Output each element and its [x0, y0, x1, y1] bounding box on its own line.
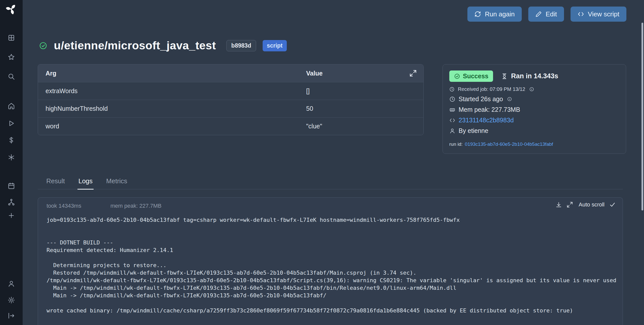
mem-peak-label: Mem peak: 227.73MB	[459, 106, 520, 113]
arg-name: extraWords	[38, 87, 306, 95]
run-again-label: Run again	[485, 10, 515, 18]
took-label: took 14343ms	[47, 203, 81, 209]
script-hash-link[interactable]: 23131148c2b8983d	[459, 117, 514, 124]
script-hash-row: 23131148c2b8983d	[449, 117, 619, 124]
expand-args-icon[interactable]	[409, 69, 417, 77]
add-plus-icon[interactable]	[8, 212, 15, 219]
edit-label: Edit	[546, 10, 557, 18]
tabs: Result Logs Metrics	[38, 177, 623, 189]
view-script-button[interactable]: View script	[571, 7, 626, 22]
logs-header: took 14343ms mem peak: 227.7MB Auto scro…	[38, 198, 623, 213]
settings-gear-icon[interactable]	[8, 296, 15, 304]
info-icon[interactable]	[507, 97, 512, 101]
table-row: word "clue"	[38, 117, 423, 135]
user-icon[interactable]	[8, 280, 15, 287]
logs-panel: took 14343ms mem peak: 227.7MB Auto scro…	[38, 197, 623, 325]
resources-asterisk-icon[interactable]	[8, 154, 15, 161]
table-row: extraWords []	[38, 82, 423, 100]
logs-mem-peak-label: mem peak: 227.7MB	[110, 203, 162, 209]
author-label: By etienne	[459, 127, 488, 134]
hourglass-icon	[501, 73, 508, 80]
status-row: Success Ran in 14.343s	[449, 70, 619, 82]
main-content: Run again Edit View script u/etienne/mic…	[23, 0, 644, 325]
edit-button[interactable]: Edit	[528, 7, 564, 22]
schedules-calendar-icon[interactable]	[8, 182, 15, 190]
view-script-label: View script	[588, 10, 619, 18]
download-logs-icon[interactable]	[555, 201, 562, 208]
expand-logs-icon[interactable]	[567, 201, 573, 208]
page-scrollbar-thumb[interactable]	[641, 23, 643, 210]
arg-name: highNumberThreshold	[38, 105, 306, 112]
windmill-logo-icon[interactable]	[6, 3, 17, 15]
version-hash-badge: b8983d	[226, 40, 256, 51]
args-col-value: Value	[306, 70, 323, 77]
check-circle-icon	[454, 73, 460, 79]
favorites-star-icon[interactable]	[8, 53, 15, 61]
clock-icon	[449, 96, 455, 102]
received-row: Received job: 07:09 PM 13/12	[449, 86, 619, 92]
author-row: By etienne	[449, 127, 619, 134]
run-id-row: run id: 0193c135-ab7d-60e5-2b10-04b5ac13…	[449, 141, 619, 147]
tab-metrics[interactable]: Metrics	[105, 177, 128, 190]
run-id-label: run id:	[449, 141, 463, 147]
run-id-link[interactable]: 0193c135-ab7d-60e5-2b10-04b5ac13fabf	[465, 141, 553, 147]
mem-peak-row: Mem peak: 227.73MB	[449, 106, 619, 113]
duration-label: Ran in 14.343s	[511, 72, 558, 80]
code-icon	[578, 11, 584, 17]
variables-dollar-icon[interactable]	[8, 136, 15, 144]
success-check-circle-icon	[39, 42, 47, 50]
title-row: u/etienne/microsoft_java_test b8983d scr…	[39, 37, 287, 54]
duration: Ran in 14.343s	[501, 72, 558, 80]
auto-scroll-check-icon[interactable]	[609, 201, 616, 208]
args-col-arg: Arg	[38, 70, 306, 77]
started-row: Started 26s ago	[449, 95, 619, 103]
received-label: Received job: 07:09 PM 13/12	[458, 86, 525, 92]
clock-icon	[449, 87, 455, 92]
apps-icon[interactable]	[8, 34, 15, 42]
args-table: Arg Value extraWords [] highNumberThresh…	[38, 64, 424, 135]
arg-value: []	[306, 87, 310, 95]
code-icon	[449, 117, 455, 123]
memory-chip-icon	[449, 107, 455, 113]
tab-logs[interactable]: Logs	[77, 177, 94, 190]
collapse-sidebar-arrow-icon[interactable]	[8, 312, 15, 319]
pencil-icon	[535, 11, 542, 17]
refresh-icon	[474, 11, 481, 17]
flows-branch-icon[interactable]	[8, 198, 15, 206]
status-badge: Success	[449, 70, 493, 82]
job-status-card: Success Ran in 14.343s Received job: 07:…	[442, 64, 626, 154]
toolbar: Run again Edit View script	[467, 7, 626, 22]
search-icon[interactable]	[8, 73, 15, 80]
args-table-header: Arg Value	[38, 64, 423, 82]
log-output: job=0193c135-ab7d-60e5-2b10-04b5ac13fabf…	[38, 213, 623, 314]
user-icon	[449, 128, 455, 134]
auto-scroll-label[interactable]: Auto scroll	[579, 201, 605, 208]
arg-name: word	[38, 123, 306, 130]
info-icon[interactable]	[529, 87, 534, 92]
home-icon[interactable]	[8, 102, 15, 110]
arg-value: 50	[306, 105, 313, 112]
runs-play-icon[interactable]	[8, 120, 15, 127]
started-label: Started 26s ago	[459, 95, 503, 103]
logs-controls: Auto scroll	[555, 201, 616, 208]
tab-result[interactable]: Result	[45, 177, 66, 190]
page-title: u/etienne/microsoft_java_test	[54, 39, 216, 52]
arg-value: "clue"	[306, 123, 322, 130]
status-label: Success	[463, 73, 488, 80]
sidebar	[0, 0, 23, 325]
table-row: highNumberThreshold 50	[38, 100, 423, 117]
script-type-badge: script	[263, 40, 287, 51]
run-again-button[interactable]: Run again	[467, 7, 522, 22]
